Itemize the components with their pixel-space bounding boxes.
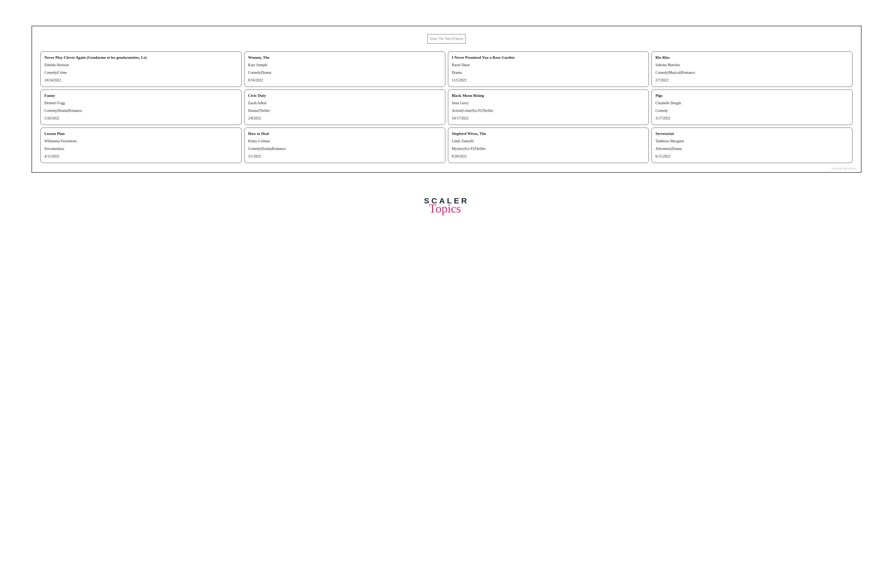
movie-date: 5/26/2022 [44,116,238,121]
movie-genre: Comedy|Musical|Romance [655,70,849,75]
movie-grid: Never Play Clever Again (Gendarme et les… [32,51,861,171]
movie-date: 8/28/2022 [452,154,645,159]
movie-author: Zarah Adkin [248,101,441,106]
movie-genre: Adventure|Drama [655,147,849,152]
movie-date: 2/7/2022 [655,78,849,83]
movie-date: 11/5/2022 [452,78,645,83]
movie-author: Lindy Zanardii [452,139,645,144]
movie-author: Demetri Fogg [44,101,238,106]
movie-author: Kinny Colman [248,139,441,144]
movie-genre: Comedy|Drama|Romance [44,108,238,113]
movie-date: 8/16/2022 [248,78,441,83]
movie-genre: Comedy [655,108,849,113]
movie-date: 4/11/2022 [44,154,238,159]
movie-card[interactable]: Fanny Demetri Fogg Comedy|Drama|Romance … [41,90,242,125]
search-bar [32,34,861,44]
movie-genre: Comedy|Drama|Romance [248,147,441,152]
movie-title: Secretariat [655,131,849,136]
movie-title: Civic Duty [248,93,441,98]
movie-card[interactable]: Rio Rita Sabrina Matches Comedy|Musical|… [651,51,852,87]
logo-line2: Topics [429,202,461,216]
movie-genre: Comedy|Drama [248,70,441,75]
movie-card[interactable]: Civic Duty Zarah Adkin Drama|Thriller 2/… [244,90,445,125]
movie-title: Black Moon Rising [452,93,645,98]
movie-author: Taddeusz Macguire [655,139,849,144]
movie-title: Lesson Plan [44,131,238,136]
movie-title: Rio Rita [655,55,849,60]
movie-date: 6/15/2022 [655,154,849,159]
movie-date: 3/17/2022 [655,116,849,121]
movie-title: Stepford Wives, The [452,131,645,136]
movie-author: Sena Gurry [452,101,645,106]
movie-card[interactable]: Secretariat Taddeusz Macguire Adventure|… [651,128,852,163]
movie-date: 3/1/2022 [248,154,441,159]
movie-genre: Action|Crime|Sci-Fi|Thriller [452,108,645,113]
movie-genre: Documentary [44,147,238,152]
movie-title: How to Deal [248,131,441,136]
movie-card[interactable]: Black Moon Rising Sena Gurry Action|Crim… [448,90,649,125]
movie-author: Willamina Fitzsimons [44,139,238,144]
movie-title-search-input[interactable] [427,34,466,44]
movie-card[interactable]: Stepford Wives, The Lindy Zanardii Myste… [448,128,649,163]
movie-author: Claudelle Deegin [655,101,849,106]
app-frame: Never Play Clever Again (Gendarme et les… [32,26,861,173]
movie-card[interactable]: Lesson Plan Willamina Fitzsimons Documen… [41,128,242,163]
movie-genre: Mystery|Sci-Fi|Thriller [452,147,645,152]
movie-date: 10/24/2022 [44,78,238,83]
movie-card[interactable]: Women, The Kary Sample Comedy|Drama 8/16… [244,51,445,87]
movie-title: Pigs [655,93,849,98]
movie-genre: Comedy|Crime [44,70,238,75]
movie-author: Ethelda Abotson [44,63,238,68]
movie-date: 2/8/2022 [248,116,441,121]
movie-title: Women, The [248,55,441,60]
movie-card[interactable]: How to Deal Kinny Colman Comedy|Drama|Ro… [244,128,445,163]
movie-card[interactable]: I Never Promised You a Rose Garden Raoul… [448,51,649,87]
movie-author: Sabrina Matches [655,63,849,68]
movie-genre: Drama|Thriller [248,108,441,113]
movie-genre: Drama [452,70,645,75]
movie-title: Never Play Clever Again (Gendarme et les… [44,55,238,60]
movie-author: Kary Sample [248,63,441,68]
movie-card[interactable]: Pigs Claudelle Deegin Comedy 3/17/2022 [651,90,852,125]
movie-card[interactable]: Never Play Clever Again (Gendarme et les… [41,51,242,87]
movie-date: 10/17/2022 [452,116,645,121]
movie-title: I Never Promised You a Rose Garden [452,55,645,60]
scaler-topics-logo: SCALER Topics [424,196,469,216]
movie-author: Raoul Shear [452,63,645,68]
movie-title: Fanny [44,93,238,98]
